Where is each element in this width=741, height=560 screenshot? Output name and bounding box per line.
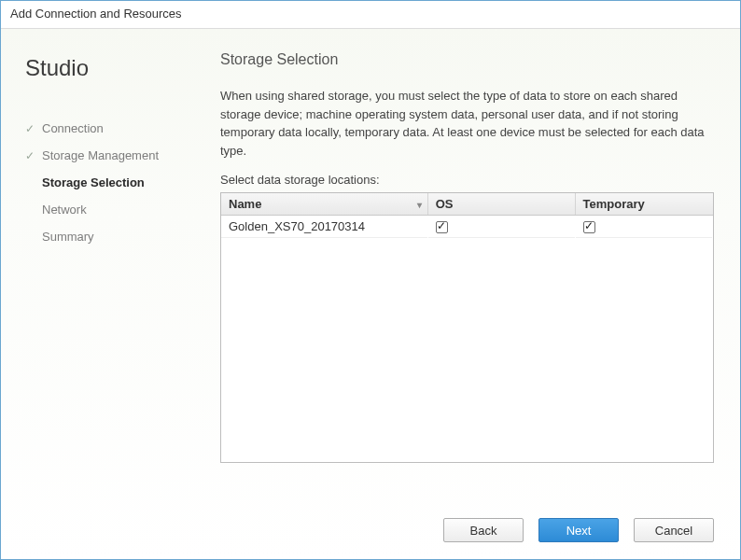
- back-button[interactable]: Back: [443, 518, 524, 542]
- col-header-temp-label: Temporary: [583, 197, 645, 211]
- step-network[interactable]: ✓ Network: [20, 196, 192, 223]
- os-checkbox[interactable]: [436, 221, 448, 233]
- col-header-name-label: Name: [229, 197, 261, 211]
- content-area: Studio ✓ Connection ✓ Storage Management…: [1, 29, 740, 505]
- check-icon: ✓: [25, 150, 36, 161]
- table-label: Select data storage locations:: [220, 173, 714, 187]
- main-panel: Storage Selection When using shared stor…: [192, 51, 721, 496]
- col-header-os-label: OS: [436, 197, 454, 211]
- col-header-temporary[interactable]: Temporary: [575, 193, 712, 216]
- temporary-checkbox[interactable]: [583, 221, 595, 233]
- step-label: Storage Selection: [42, 175, 145, 189]
- wizard-footer: Back Next Cancel: [1, 505, 740, 559]
- window-title: Add Connection and Resources: [1, 1, 740, 29]
- wizard-sidebar: Studio ✓ Connection ✓ Storage Management…: [20, 51, 192, 496]
- sidebar-title: Studio: [20, 55, 192, 81]
- step-storage-selection[interactable]: ✓ Storage Selection: [20, 169, 192, 196]
- cell-os: [427, 216, 575, 238]
- window-body: Studio ✓ Connection ✓ Storage Management…: [1, 29, 740, 559]
- wizard-steps: ✓ Connection ✓ Storage Management ✓ Stor…: [20, 115, 192, 250]
- storage-table: Name ▾ OS Temporary: [221, 193, 713, 238]
- step-label: Storage Management: [42, 148, 159, 162]
- cancel-button[interactable]: Cancel: [634, 518, 714, 542]
- table-row[interactable]: Golden_XS70_20170314: [221, 216, 713, 238]
- page-title: Storage Selection: [220, 51, 714, 68]
- col-header-os[interactable]: OS: [427, 193, 575, 216]
- next-button[interactable]: Next: [538, 518, 619, 542]
- storage-table-container: Name ▾ OS Temporary: [220, 192, 714, 463]
- sort-down-icon: ▾: [417, 199, 422, 209]
- step-label: Network: [42, 203, 87, 217]
- check-icon: ✓: [25, 123, 36, 134]
- page-description: When using shared storage, you must sele…: [220, 87, 706, 160]
- col-header-name[interactable]: Name ▾: [221, 193, 427, 216]
- cell-temporary: [575, 216, 712, 238]
- step-summary[interactable]: ✓ Summary: [20, 223, 192, 250]
- step-label: Summary: [42, 230, 94, 244]
- step-storage-management[interactable]: ✓ Storage Management: [20, 142, 192, 169]
- cell-name: Golden_XS70_20170314: [221, 216, 427, 238]
- step-connection[interactable]: ✓ Connection: [20, 115, 192, 142]
- step-label: Connection: [42, 121, 104, 135]
- wizard-window: Add Connection and Resources Studio ✓ Co…: [0, 0, 741, 560]
